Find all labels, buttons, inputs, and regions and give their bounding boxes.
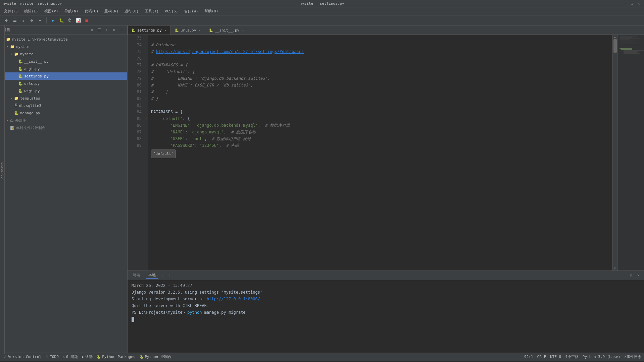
menu-help[interactable]: 帮助(H) (202, 8, 221, 14)
tab-settings[interactable]: 🐍 settings.py ✕ (128, 26, 171, 35)
tree-item-db[interactable]: ▸ 🗄 db.sqlite3 (0, 102, 127, 109)
tree-item-wsgi[interactable]: ▸ 🐍 wsgi.py (0, 87, 127, 95)
scroll-up-arrow[interactable]: ▲ (614, 36, 616, 39)
terminal-close-icon[interactable]: ✕ (635, 273, 641, 279)
panel-collapse-icon[interactable]: ☰ (96, 27, 102, 33)
scroll-thumb[interactable] (613, 39, 617, 53)
toolbar-gear-btn[interactable]: ⚙ (28, 17, 35, 24)
fold-86 (144, 122, 148, 129)
tree-item-asgi[interactable]: ▸ 🐍 asgi.py (0, 65, 127, 72)
tree-item-temp[interactable]: ▸ 📝 临时文件和控制台 (0, 124, 127, 131)
profile-button[interactable]: ⏱ (66, 17, 73, 24)
title-file1: mysite (20, 1, 34, 6)
menu-run[interactable]: 运行(U) (122, 8, 141, 14)
bookmarks-label[interactable]: Bookmarks (0, 160, 5, 183)
fold-80 (144, 82, 148, 88)
status-indent[interactable]: 4个空格 (565, 354, 579, 359)
terminal-settings-icon[interactable]: ⚙ (628, 273, 634, 279)
terminal-prompt: PS E:\Projects\mysite> (132, 310, 187, 315)
code-line-77: # DATABASES = { (151, 62, 610, 68)
fold-82[interactable]: ▸ (144, 95, 148, 102)
line-numbers: 73 74 75 76 77 78 79 80 81 82 83 84 85 8… (128, 35, 144, 270)
fold-89 (144, 142, 148, 149)
tree-item-init[interactable]: ▸ 🐍 __init__.py (0, 58, 127, 65)
status-terminal[interactable]: ▶ 终端 (82, 354, 93, 359)
scroll-down-arrow[interactable]: ▼ (614, 267, 616, 270)
minimap (617, 35, 644, 270)
toolbar-settings-btn[interactable]: ⚙ (3, 17, 10, 24)
tree-item-external[interactable]: ▸ 🗂 外部库 (0, 117, 127, 124)
terminal-line-2: Django version 3.2.5, using settings 'my… (132, 289, 640, 296)
tree-root[interactable]: ▾ 📁 mysite E:\Projects\mysite (0, 36, 127, 43)
fold-84[interactable]: ▾ (144, 109, 148, 115)
panel-actions: ⚙ ☰ ↕ ⚙ − (89, 27, 125, 33)
tab-urls-close[interactable]: ✕ (198, 28, 201, 33)
status-event-log[interactable]: △事件日志 (624, 354, 641, 359)
minimize-button[interactable]: — (623, 1, 628, 6)
tree-item-urls[interactable]: ▸ 🐍 urls.py (0, 80, 127, 87)
terminal-line-1: March 26, 2022 - 13:49:27 (132, 282, 640, 289)
maximize-button[interactable]: ❐ (630, 1, 635, 6)
window-title: mysite - settings.py (300, 1, 344, 6)
status-position[interactable]: 92:1 (524, 355, 533, 359)
code-line-81: # } (151, 88, 610, 95)
code-line-87: 'NAME': 'django_mysql', # 数据库名称 (151, 129, 610, 135)
fold-74 (144, 42, 148, 48)
status-python-version[interactable]: Python 3.9 (base) (583, 355, 621, 359)
panel-minus-icon[interactable]: − (118, 27, 125, 33)
panel-expand-icon[interactable]: ↕ (104, 27, 110, 33)
python-console-icon: 🐍 (140, 355, 144, 359)
status-todo[interactable]: ☰ TODO (45, 355, 59, 359)
tab-add[interactable]: + (166, 272, 174, 279)
coverage-button[interactable]: 📊 (75, 17, 82, 24)
code-line-79: # 'ENGINE': 'django.db.backends.sqlite3'… (151, 75, 610, 82)
menu-view[interactable]: 视图(V) (42, 8, 61, 14)
terminal-tabs: 终端 本地 | + ⚙ ✕ (128, 271, 644, 280)
stop-button[interactable]: ■ (83, 17, 90, 24)
tab-init[interactable]: 🐍 __init__.py ✕ (205, 26, 248, 35)
status-line-ending[interactable]: CRLF (537, 355, 546, 359)
menu-window[interactable]: 窗口(W) (182, 8, 201, 14)
tree-item-mysite[interactable]: ▾ 📁 mysite (0, 43, 127, 50)
menu-tools[interactable]: 工具(T) (142, 8, 161, 14)
tab-init-close[interactable]: ✕ (241, 28, 245, 33)
terminal-line-5: PS E:\Projects\mysite> python manage.py … (132, 309, 640, 316)
menu-refactor[interactable]: 重构(R) (102, 8, 121, 14)
tab-settings-close[interactable]: ✕ (164, 28, 167, 33)
toolbar-sort-btn[interactable]: ↕ (19, 17, 27, 24)
status-version-control[interactable]: ⎇ Version Control (3, 355, 41, 359)
tree-item-mysite-inner[interactable]: ▾ 📁 mysite (0, 50, 127, 58)
tree-item-manage[interactable]: ▸ 🐍 manage.py (0, 109, 127, 117)
code-line-82: # } (151, 95, 610, 102)
run-button[interactable]: ▶ (49, 17, 57, 24)
menu-edit[interactable]: 编辑(E) (21, 8, 41, 14)
status-encoding[interactable]: UTF-8 (550, 355, 561, 359)
menu-vcs[interactable]: VCS(S) (162, 8, 181, 14)
debug-button[interactable]: 🐛 (58, 17, 65, 24)
fold-85[interactable]: ▾ (144, 115, 148, 122)
toolbar-list-btn[interactable]: ☰ (11, 17, 18, 24)
close-button[interactable]: ✕ (636, 1, 641, 6)
terminal-line-4: Quit the server with CTRL-BREAK. (132, 302, 640, 309)
menu-file[interactable]: 文件(F) (1, 8, 21, 14)
tree-item-settings[interactable]: ▸ 🐍 settings.py (0, 72, 127, 80)
editor-scrollbar[interactable]: ▲ ▼ (612, 35, 617, 270)
menu-navigate[interactable]: 导航(N) (62, 8, 81, 14)
panel-settings-icon[interactable]: ⚙ (89, 27, 95, 33)
menu-code[interactable]: 代码(C) (82, 8, 101, 14)
code-editor[interactable]: # Database # https://docs.djangoproject.… (148, 35, 612, 270)
status-python-packages[interactable]: 🐍 Python Packages (97, 355, 135, 359)
status-python-console[interactable]: 🐍 Python 控制台 (140, 354, 171, 359)
tab-local[interactable]: 本地 (146, 272, 158, 279)
toolbar-minus-btn[interactable]: − (36, 17, 44, 24)
terminal-server-url[interactable]: http://127.0.0.1:8000/ (207, 297, 260, 301)
editor-tab-bar: 🐍 settings.py ✕ 🐍 urls.py ✕ 🐍 __init__.p… (128, 25, 644, 35)
scroll-track[interactable] (613, 39, 617, 267)
tree-item-templates[interactable]: ▸ 📁 templates (0, 95, 127, 102)
panel-gear-icon[interactable]: ⚙ (111, 27, 117, 33)
fold-gutter: ▸ ▾ ▾ (144, 35, 148, 270)
tab-urls[interactable]: 🐍 urls.py ✕ (171, 26, 205, 35)
editor-with-right: 🐍 settings.py ✕ 🐍 urls.py ✕ 🐍 __init__.p… (128, 25, 644, 353)
status-issues[interactable]: ⚠ 0 问题 (63, 354, 78, 359)
tab-terminal[interactable]: 终端 (130, 272, 143, 279)
